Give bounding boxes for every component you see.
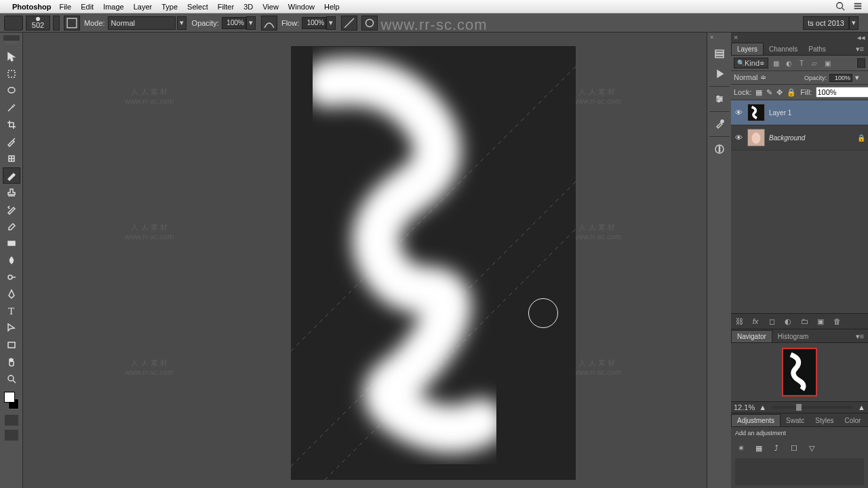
info-panel-icon[interactable]: i (711, 140, 728, 158)
menu-select[interactable]: Select (187, 3, 208, 11)
healing-brush-tool[interactable] (3, 150, 20, 167)
tab-layers[interactable]: Layers (731, 43, 764, 55)
brush-panel-toggle[interactable] (64, 16, 80, 30)
gradient-tool[interactable] (3, 235, 20, 251)
layer-name[interactable]: Layer 1 (769, 109, 791, 117)
filter-shape-icon[interactable]: ▱ (809, 58, 820, 68)
menu-view[interactable]: View (262, 3, 279, 11)
menu-edit[interactable]: Edit (81, 3, 94, 11)
properties-panel-icon[interactable] (711, 90, 728, 108)
menu-help[interactable]: Help (324, 3, 340, 11)
tab-adjustments[interactable]: Adjustments (731, 414, 781, 426)
brush-tool[interactable] (3, 167, 20, 184)
zoom-tool[interactable] (3, 371, 20, 387)
menu-filter[interactable]: Filter (218, 3, 234, 11)
filter-toggle-switch[interactable] (857, 58, 865, 68)
levels-adjustment-icon[interactable]: ▦ (753, 442, 765, 454)
filter-adjustment-icon[interactable]: ◐ (783, 58, 794, 68)
delete-layer-icon[interactable]: 🗑 (831, 316, 842, 327)
search-icon[interactable] (835, 1, 845, 12)
opacity-dropdown-arrow[interactable]: ▾ (246, 16, 256, 30)
current-tool-icon[interactable] (4, 16, 23, 30)
marquee-tool[interactable] (3, 66, 20, 82)
color-swatches[interactable] (3, 390, 20, 411)
layer-row[interactable]: 👁 Background 🔒 (731, 125, 868, 150)
pen-tool[interactable] (3, 286, 20, 302)
menu-type[interactable]: Type (161, 3, 178, 11)
visibility-toggle-icon[interactable]: 👁 (734, 108, 743, 117)
adjustment-layer-icon[interactable]: ◐ (783, 316, 793, 327)
menu-layer[interactable]: Layer (134, 3, 153, 11)
layer-mask-icon[interactable]: ◻ (766, 316, 777, 327)
move-tool[interactable] (3, 49, 20, 65)
zoom-value[interactable]: 12.1% (734, 403, 755, 411)
menu-3d[interactable]: 3D (243, 3, 253, 11)
panel-close-icon[interactable]: × (734, 33, 738, 41)
opacity-field[interactable] (222, 17, 246, 29)
fill-field[interactable] (816, 87, 868, 98)
visibility-toggle-icon[interactable]: 👁 (734, 134, 743, 142)
type-tool[interactable]: T (3, 303, 20, 319)
airbrush-toggle[interactable] (341, 16, 357, 30)
tab-styles[interactable]: Styles (810, 415, 839, 426)
blur-tool[interactable] (3, 252, 20, 268)
exposure-adjustment-icon[interactable]: ☐ (788, 442, 800, 454)
menu-window[interactable]: Window (288, 3, 315, 11)
foreground-color[interactable] (4, 392, 15, 403)
hand-tool[interactable] (3, 354, 20, 370)
new-layer-icon[interactable]: ▣ (815, 316, 826, 327)
lock-all-icon[interactable]: 🔒 (787, 88, 796, 97)
list-icon[interactable] (853, 1, 863, 12)
app-name[interactable]: Photoshop (12, 3, 51, 11)
group-icon[interactable]: 🗀 (799, 316, 810, 327)
zoom-out-icon[interactable]: ▲ (759, 403, 766, 411)
lock-transparency-icon[interactable]: ▦ (755, 88, 762, 97)
menu-image[interactable]: Image (103, 3, 124, 11)
screenmode-toggle[interactable] (5, 430, 18, 441)
layer-fx-icon[interactable]: fx (750, 316, 761, 327)
eraser-tool[interactable] (3, 218, 20, 235)
zoom-in-icon[interactable]: ▲ (858, 403, 865, 411)
rectangle-tool[interactable] (3, 337, 20, 353)
menu-file[interactable]: File (59, 3, 71, 11)
workspace-dropdown-arrow[interactable]: ▾ (849, 16, 859, 30)
layers-panel-menu-icon[interactable]: ▾≡ (852, 43, 868, 55)
link-layers-icon[interactable]: ⛓ (734, 316, 745, 327)
layer-thumbnail[interactable] (747, 129, 765, 146)
collapsed-close-icon[interactable]: × (710, 34, 713, 41)
brush-panel-icon[interactable] (711, 115, 728, 133)
history-brush-tool[interactable] (3, 201, 20, 218)
brightness-adjustment-icon[interactable]: ☀ (735, 442, 747, 454)
blend-mode-dropdown-arrow[interactable]: ▾ (177, 16, 186, 30)
navigator-panel-menu-icon[interactable]: ▾≡ (852, 331, 868, 342)
canvas-area[interactable]: 人 人 素 材www.rr-sc.com 人 人 素 材www.rr-sc.co… (23, 33, 707, 488)
lasso-tool[interactable] (3, 83, 20, 99)
wand-tool[interactable] (3, 100, 20, 116)
history-panel-icon[interactable] (711, 45, 728, 62)
crop-tool[interactable] (3, 117, 20, 133)
zoom-slider[interactable] (772, 406, 852, 409)
layer-row[interactable]: 👁 Layer 1 (731, 100, 868, 125)
stamp-tool[interactable] (3, 184, 20, 201)
document-canvas[interactable] (291, 46, 576, 480)
brush-preset-picker[interactable]: 502 (26, 16, 50, 30)
layer-opacity-dropdown-arrow[interactable]: ▾ (855, 73, 859, 82)
filter-type-icon[interactable]: T (796, 58, 807, 68)
actions-panel-icon[interactable] (711, 65, 728, 83)
path-selection-tool[interactable] (3, 320, 20, 336)
tools-grip[interactable] (5, 42, 18, 46)
lock-position-icon[interactable]: ✥ (776, 88, 783, 97)
layer-opacity-field[interactable] (829, 74, 852, 82)
panel-collapse-icon[interactable]: ◂◂ (857, 33, 865, 42)
flow-field[interactable] (302, 17, 326, 29)
pressure-opacity-toggle[interactable] (261, 16, 277, 30)
pressure-size-toggle[interactable] (361, 16, 378, 30)
layer-thumbnail[interactable] (747, 104, 765, 121)
filter-kind-dropdown[interactable]: 🔍Kind ≑ (734, 58, 768, 68)
layers-empty-area[interactable] (731, 150, 868, 313)
tab-paths[interactable]: Paths (803, 43, 831, 55)
curves-adjustment-icon[interactable]: ⤴ (770, 442, 783, 454)
workspace-switcher[interactable]: ts oct 2013 (803, 16, 849, 30)
navigator-body[interactable] (731, 343, 868, 401)
tab-histogram[interactable]: Histogram (772, 331, 814, 342)
